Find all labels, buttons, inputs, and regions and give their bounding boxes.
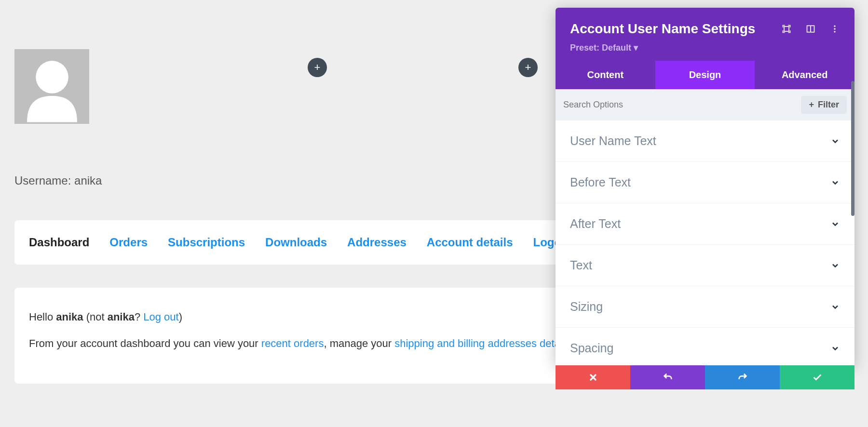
section-text[interactable]: Text [556, 245, 854, 286]
panel-tab-advanced[interactable]: Advanced [755, 61, 854, 89]
kebab-menu-icon[interactable] [829, 24, 840, 34]
tab-account-details[interactable]: Account details [427, 236, 513, 249]
tab-dashboard[interactable]: Dashboard [29, 236, 89, 249]
add-module-button-1[interactable]: + [308, 58, 327, 77]
panel-header-icons [781, 24, 840, 34]
chevron-down-icon [830, 302, 840, 312]
chevron-down-icon [830, 261, 840, 270]
chevron-down-icon [830, 219, 840, 229]
tab-orders[interactable]: Orders [109, 236, 148, 249]
plus-icon: + [314, 61, 321, 74]
preset-selector[interactable]: Preset: Default ▾ [570, 42, 840, 53]
logout-link[interactable]: Log out [143, 311, 178, 323]
panel-tabs: Content Design Advanced [556, 61, 854, 89]
caret-down-icon: ▾ [634, 43, 638, 53]
tab-subscriptions[interactable]: Subscriptions [168, 236, 245, 249]
plus-icon: + [525, 61, 531, 74]
panel-footer [556, 365, 854, 389]
panel-options-list: User Name Text Before Text After Text Te… [556, 120, 854, 365]
chevron-down-icon [830, 136, 840, 146]
section-before-text[interactable]: Before Text [556, 162, 854, 203]
plus-icon: + [809, 100, 814, 110]
svg-point-6 [834, 31, 835, 32]
search-input[interactable] [563, 100, 718, 110]
add-module-button-2[interactable]: + [518, 58, 538, 77]
snap-icon[interactable] [805, 24, 816, 34]
shipping-addresses-link[interactable]: shipping and billing addresses [394, 337, 537, 349]
recent-orders-link[interactable]: recent orders [261, 337, 324, 349]
svg-point-5 [834, 28, 835, 29]
section-sizing[interactable]: Sizing [556, 286, 854, 328]
panel-title-row: Account User Name Settings [570, 21, 840, 37]
save-button[interactable] [780, 365, 854, 389]
svg-point-4 [834, 26, 835, 27]
avatar [14, 49, 89, 124]
username-value: anika [74, 174, 102, 187]
chevron-down-icon [830, 178, 840, 187]
avatar-placeholder-icon [21, 52, 83, 124]
panel-header: Account User Name Settings Preset: Defau… [556, 8, 854, 61]
undo-icon [663, 372, 673, 383]
undo-button[interactable] [630, 365, 705, 389]
panel-tab-content[interactable]: Content [556, 61, 655, 89]
expand-icon[interactable] [781, 24, 792, 34]
tab-addresses[interactable]: Addresses [347, 236, 407, 249]
panel-title: Account User Name Settings [570, 21, 755, 37]
section-after-text[interactable]: After Text [556, 203, 854, 245]
section-user-name-text[interactable]: User Name Text [556, 120, 854, 162]
settings-panel: Account User Name Settings Preset: Defau… [556, 8, 854, 365]
username-prefix: Username: [14, 174, 74, 187]
check-icon [812, 372, 823, 383]
panel-search-row: + Filter [556, 89, 854, 120]
chevron-down-icon [830, 344, 840, 353]
filter-button[interactable]: + Filter [801, 96, 847, 114]
panel-scrollbar-thumb[interactable] [851, 81, 854, 216]
svg-point-0 [36, 61, 68, 93]
cancel-button[interactable] [556, 365, 630, 389]
page-root: + + Username: anika Dashboard Orders Sub… [0, 0, 868, 427]
section-spacing[interactable]: Spacing [556, 328, 854, 365]
panel-tab-design[interactable]: Design [655, 61, 755, 89]
redo-button[interactable] [705, 365, 780, 389]
tab-downloads[interactable]: Downloads [265, 236, 327, 249]
svg-rect-1 [784, 27, 789, 31]
close-icon [588, 373, 598, 382]
redo-icon [737, 372, 748, 383]
